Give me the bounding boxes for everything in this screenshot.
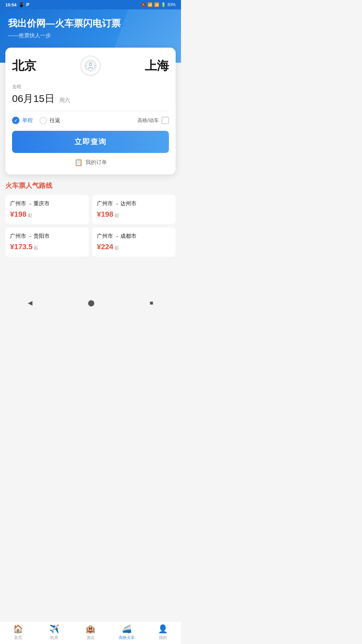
order-icon: 📋 [74,158,83,166]
route-price: ¥224 起 [97,243,171,251]
bell-icon: 🔕 [141,2,146,7]
header-title: 我出价网—火车票闪电订票 [8,17,173,30]
price-value: ¥198 [10,210,26,219]
round-trip-label: 往返 [50,117,60,124]
search-card: 北京 上海 去程 06月15日 周六 [5,48,176,174]
one-way-option[interactable]: 单程 [12,117,33,124]
options-row: 单程 往返 高铁/动车 [12,117,169,124]
parking-icon: P [26,2,29,7]
route-name: 广州市 → 贵阳市 [10,233,84,240]
popular-section: 火车票人气路线 广州市 → 重庆市 ¥198 起 广州市 → 达州市 ¥198 … [0,174,181,257]
status-bar: 10:54 📱 P 🔕 📶 📶 🔋 83% [0,0,181,9]
search-button[interactable]: 立即查询 [12,131,169,153]
app-icon: 📱 [18,2,24,7]
price-from: 起 [115,245,119,251]
route-from: 广州市 [97,200,113,207]
one-way-label: 单程 [22,117,33,124]
android-nav: ◀ ⬤ ■ [0,297,181,310]
back-button[interactable]: ◀ [28,299,33,307]
from-city[interactable]: 北京 [12,58,36,74]
route-from: 广州市 [10,233,26,240]
status-right: 🔕 📶 📶 🔋 83% [141,2,176,7]
route-to: 贵阳市 [34,233,50,240]
route-from: 广州市 [97,233,113,240]
popular-title: 火车票人气路线 [5,181,176,190]
route-card[interactable]: 广州市 → 成都市 ¥224 起 [92,227,176,257]
price-value: ¥173.5 [10,243,33,251]
arrow-icon: → [114,234,119,239]
my-orders-label: 我的订单 [85,159,107,166]
price-from: 起 [34,245,38,251]
hg-option[interactable]: 高铁/动车 [137,117,169,124]
date-weekday: 周六 [59,97,70,103]
route-price: ¥173.5 起 [10,243,84,251]
price-value: ¥224 [97,243,113,251]
signal-icon: 📶 [154,2,159,7]
my-orders-link[interactable]: 📋 我的订单 [12,153,169,168]
route-name: 广州市 → 重庆市 [10,200,84,207]
to-city[interactable]: 上海 [145,58,169,74]
route-from: 广州市 [10,200,26,207]
hg-checkbox[interactable] [162,117,169,124]
trip-type-label: 去程 [12,84,169,90]
arrow-icon: → [27,234,32,239]
recent-button[interactable]: ■ [150,300,154,307]
route-price: ¥198 起 [10,210,84,219]
round-trip-radio[interactable] [40,117,47,124]
battery-icon: 🔋 [161,2,166,7]
price-from: 起 [28,212,32,218]
route-row: 北京 上海 [12,56,169,76]
route-card[interactable]: 广州市 → 贵阳市 ¥173.5 起 [5,227,89,257]
header-subtitle: ——抢票快人一步 [8,32,173,39]
round-trip-option[interactable]: 往返 [40,117,60,124]
route-to: 重庆市 [34,200,50,207]
routes-grid: 广州市 → 重庆市 ¥198 起 广州市 → 达州市 ¥198 起 广州市 → … [5,195,176,257]
status-time: 10:54 [5,2,16,7]
home-button[interactable]: ⬤ [88,299,95,307]
route-to: 成都市 [120,233,136,240]
main-content: 北京 上海 去程 06月15日 周六 [0,48,181,297]
route-to: 达州市 [120,200,136,207]
date-row[interactable]: 06月15日 周六 [12,92,169,106]
route-name: 广州市 → 达州市 [97,200,171,207]
divider [12,111,169,111]
route-card[interactable]: 广州市 → 达州市 ¥198 起 [92,195,176,224]
status-left: 10:54 📱 P [5,2,29,7]
arrow-icon: → [114,201,119,207]
price-value: ¥198 [97,210,113,219]
arrow-icon: → [27,201,32,207]
swap-button[interactable] [80,56,101,76]
hg-label: 高铁/动车 [137,117,159,124]
wifi-icon: 📶 [147,2,153,7]
route-name: 广州市 → 成都市 [97,233,171,240]
route-price: ¥198 起 [97,210,171,219]
price-from: 起 [115,212,119,218]
route-card[interactable]: 广州市 → 重庆市 ¥198 起 [5,195,89,224]
date-value: 06月15日 [12,93,55,104]
battery-percent: 83% [168,2,176,7]
svg-point-0 [85,60,96,72]
one-way-radio[interactable] [12,117,19,124]
